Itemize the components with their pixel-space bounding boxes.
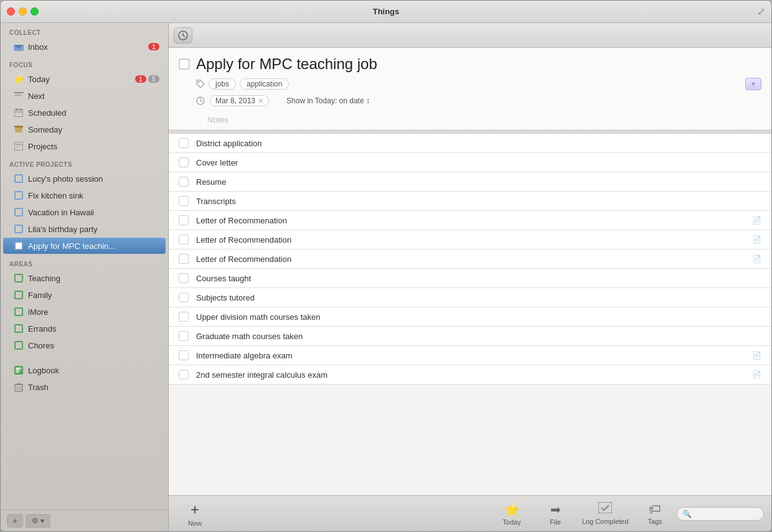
note-icon-12: 📄 [752, 370, 761, 379]
subtask-checkbox-7[interactable] [179, 273, 189, 283]
chores-label: Chores [28, 341, 159, 350]
sidebar-item-lila[interactable]: Lila's birthday party [3, 221, 166, 237]
task-row-2nd[interactable]: 2nd semester integral calculus exam 📄 [169, 365, 771, 385]
family-label: Family [28, 291, 159, 300]
sidebar-item-imore[interactable]: iMore [3, 304, 166, 320]
main-content: COLLECT Inbox 1 FOCUS ⭐ Today 1 [1, 23, 771, 531]
trash-icon [13, 381, 24, 393]
subtask-checkbox-8[interactable] [179, 292, 189, 302]
sidebar: COLLECT Inbox 1 FOCUS ⭐ Today 1 [1, 23, 169, 531]
subtask-checkbox-4[interactable] [179, 215, 189, 225]
log-completed-button[interactable]: Log Completed [577, 498, 633, 530]
task-complete-checkbox[interactable] [179, 58, 190, 70]
subtask-label-10: Graduate math courses taken [196, 332, 761, 341]
task-row-subjects[interactable]: Subjects tutored [169, 288, 771, 307]
add-item-button[interactable]: + [7, 514, 23, 528]
subtask-checkbox-9[interactable] [179, 312, 189, 322]
task-row-upper[interactable]: Upper division math courses taken [169, 307, 771, 327]
inbox-label: Inbox [28, 42, 148, 52]
task-row-courses[interactable]: Courses taught [169, 269, 771, 288]
area-icon-family [13, 289, 24, 301]
sidebar-item-chores[interactable]: Chores [3, 337, 166, 353]
log-completed-label: Log Completed [582, 518, 629, 525]
sidebar-item-next[interactable]: Next [3, 88, 166, 104]
subtask-checkbox-5[interactable] [179, 235, 189, 245]
task-row-cover[interactable]: Cover letter [169, 153, 771, 172]
tag-jobs[interactable]: jobs [209, 78, 236, 90]
task-tags-row: jobs application + [179, 78, 761, 90]
subtask-checkbox-11[interactable] [179, 350, 189, 360]
today-bottom-icon: ⭐ [504, 502, 520, 517]
task-title[interactable]: Apply for MPC teaching job [196, 55, 377, 73]
file-button[interactable]: ➡ File [534, 498, 577, 530]
search-input[interactable] [694, 510, 756, 518]
task-row-district[interactable]: District application [169, 134, 771, 153]
sidebar-item-lucys[interactable]: Lucy's photo session [3, 170, 166, 187]
sidebar-item-mpc[interactable]: Apply for MPC teachin... [3, 238, 166, 254]
subtask-label-5: Letter of Recommendation [196, 235, 748, 245]
errands-label: Errands [28, 324, 159, 334]
task-row-lor2[interactable]: Letter of Recommendation 📄 [169, 230, 771, 250]
subtask-checkbox-2[interactable] [179, 177, 189, 187]
task-row-lor3[interactable]: Letter of Recommendation 📄 [169, 250, 771, 269]
add-tag-button[interactable]: + [745, 78, 761, 90]
file-label: File [550, 518, 561, 526]
task-row-intermediate[interactable]: Intermediate algebra exam 📄 [169, 346, 771, 365]
sidebar-item-family[interactable]: Family [3, 287, 166, 303]
areas-header: AREAS [1, 254, 168, 269]
subtask-label-3: Transcripts [196, 197, 761, 206]
subtask-checkbox-3[interactable] [179, 196, 189, 206]
subtask-checkbox-1[interactable] [179, 157, 189, 167]
maximize-button[interactable] [31, 7, 39, 16]
clock-button[interactable] [174, 27, 192, 44]
new-label: New [188, 520, 202, 527]
project-icon-mpc [13, 240, 24, 251]
svg-rect-21 [17, 383, 21, 385]
close-button[interactable] [7, 7, 15, 16]
minimize-button[interactable] [19, 7, 27, 16]
task-row-resume[interactable]: Resume [169, 172, 771, 192]
date-clear-button[interactable]: ✕ [258, 97, 263, 105]
sidebar-item-trash[interactable]: Trash [3, 379, 166, 395]
sidebar-item-inbox[interactable]: Inbox 1 [3, 39, 166, 55]
tag-application[interactable]: application [240, 78, 289, 90]
today-button[interactable]: ⭐ Today [490, 498, 534, 530]
scheduled-icon [13, 107, 24, 118]
task-row-lor1[interactable]: Letter of Recommenation 📄 [169, 211, 771, 230]
sidebar-item-teaching[interactable]: Teaching [3, 270, 166, 286]
inbox-badge: 1 [148, 43, 159, 50]
sidebar-item-projects[interactable]: Projects [3, 138, 166, 154]
subtask-label-8: Subjects tutored [196, 293, 761, 302]
sidebar-item-today[interactable]: ⭐ Today 1 5 [3, 71, 166, 87]
search-box[interactable]: 🔍 [677, 507, 764, 521]
tag-icon [196, 80, 205, 88]
sidebar-item-scheduled[interactable]: Scheduled [3, 105, 166, 121]
resize-icon[interactable]: ⤢ [757, 6, 765, 17]
svg-rect-13 [16, 146, 21, 147]
new-button[interactable]: + New [176, 498, 214, 530]
new-icon: + [191, 501, 199, 518]
traffic-lights [7, 7, 39, 16]
subtask-checkbox-12[interactable] [179, 370, 189, 380]
show-today-label[interactable]: Show in Today: on date ↕ [286, 96, 370, 105]
project-icon-vacation [13, 207, 24, 218]
task-row-graduate[interactable]: Graduate math courses taken [169, 327, 771, 346]
sidebar-item-kitchen[interactable]: Fix kitchen sink [3, 187, 166, 203]
today-badges: 1 5 [135, 75, 159, 83]
tags-button[interactable]: 🏷 Tags [633, 498, 677, 530]
subtask-checkbox-6[interactable] [179, 254, 189, 264]
sidebar-item-vacation[interactable]: Vacation in Hawaii [3, 204, 166, 220]
subtask-label-0: District application [196, 139, 761, 148]
subtask-checkbox-0[interactable] [179, 138, 189, 148]
today-bottom-label: Today [502, 518, 520, 526]
date-tag[interactable]: Mar 8, 2013 ✕ [210, 95, 269, 106]
sidebar-item-someday[interactable]: Someday [3, 121, 166, 138]
task-row-transcripts[interactable]: Transcripts [169, 192, 771, 211]
note-icon-11: 📄 [752, 351, 761, 360]
subtask-checkbox-10[interactable] [179, 331, 189, 341]
sidebar-item-errands[interactable]: Errands [3, 320, 166, 337]
settings-button[interactable]: ⚙ ▾ [26, 514, 50, 528]
today-badge-red: 1 [135, 75, 146, 83]
notes-area[interactable]: Notes [179, 111, 761, 129]
sidebar-item-logbook[interactable]: Logbook [3, 362, 166, 378]
